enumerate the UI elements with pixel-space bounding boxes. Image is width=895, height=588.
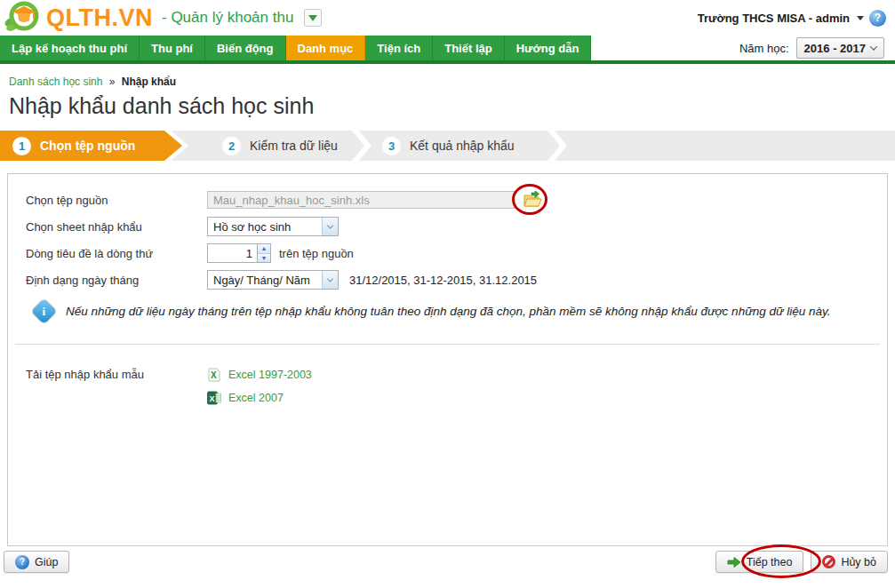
date-format-examples: 31/12/2015, 31-12-2015, 31.12.2015 [349,274,537,287]
source-file-label: Chọn tệp nguồn [26,194,207,207]
school-year-dropdown[interactable]: 2016 - 2017 [796,37,884,59]
header-row-input[interactable]: 1 [207,243,257,263]
step-label: Kiểm tra dữ liệu [250,139,338,153]
header-row-label: Dòng tiêu đề là dòng thứ [26,247,207,260]
breadcrumb-current: Nhập khẩu [122,75,176,88]
nav-tab-lap-ke-hoach-thu-phi[interactable]: Lập kế hoạch thu phí [0,36,140,60]
app-logo-text: QLTH.VN [46,4,153,32]
wizard-steps: 1 Chọn tệp nguồn 2 Kiểm tra dữ liệu 3 Kế… [0,131,895,161]
template-link-label[interactable]: Excel 1997-2003 [228,369,312,381]
step-number-badge: 2 [222,137,241,155]
excel-2007-file-icon: X [207,391,221,405]
module-dropdown-button[interactable] [304,9,322,27]
template-link-label[interactable]: Excel 2007 [228,392,284,404]
next-button[interactable]: Tiếp theo [715,551,804,573]
header-row-value: 1 [246,247,252,260]
breadcrumb-link-danh-sach-hoc-sinh[interactable]: Danh sách học sinh [9,75,102,88]
spinner-up-button[interactable]: ▲ [258,244,270,253]
help-button-label: Giúp [35,556,58,568]
nav-tab-tien-ich[interactable]: Tiện ích [365,36,433,60]
sheet-select[interactable]: Hồ sơ học sinh [207,217,339,236]
nav-tab-thu-phi[interactable]: Thu phí [140,36,205,60]
main-nav: Lập kế hoạch thu phí Thu phí Biến động D… [0,36,895,60]
date-format-value: Ngày/ Tháng/ Năm [208,274,322,287]
page-title: Nhập khẩu danh sách học sinh [9,93,886,119]
breadcrumb-separator: » [109,75,116,88]
date-format-note: Nếu những dữ liệu ngày tháng trên tệp nh… [66,305,831,318]
chevron-separator-icon [352,131,372,161]
template-link-excel-2007[interactable]: X Excel 2007 [207,391,312,405]
help-icon[interactable]: ? [869,10,886,27]
chevron-down-icon [308,15,317,21]
cancel-icon [822,555,835,568]
sheet-select-label: Chọn sheet nhập khẩu [26,220,207,234]
wizard-step-3[interactable]: 3 Kết quả nhập khẩu [382,131,515,161]
wizard-step-1[interactable]: 1 Chọn tệp nguồn [0,131,182,161]
module-title: - Quản lý khoản thu [162,9,293,27]
wizard-step-2[interactable]: 2 Kiểm tra dữ liệu [222,131,338,161]
chevron-down-icon [870,43,877,50]
step-number-badge: 3 [382,137,401,155]
nav-tab-huong-dan[interactable]: Hướng dẫn [505,36,592,60]
chevron-down-icon [327,275,333,282]
number-spinner: ▲ ▼ [257,243,271,263]
source-file-input[interactable]: Mau_nhap_khau_hoc_sinh.xls [207,191,515,209]
user-menu[interactable]: Trường THCS MISA - admin [698,12,850,25]
browse-file-button[interactable] [523,191,542,209]
school-year-label: Năm học: [739,42,789,55]
nav-tab-danh-muc[interactable]: Danh mục [286,36,366,60]
source-file-value: Mau_nhap_khau_hoc_sinh.xls [213,194,370,207]
open-folder-icon [523,191,542,209]
step-label: Kết quả nhập khẩu [410,139,515,153]
help-icon: ? [15,555,29,569]
header-row-suffix: trên tệp nguồn [279,247,354,260]
chevron-separator-icon [547,131,567,161]
step-number-badge: 1 [12,137,31,155]
section-divider [15,344,880,345]
template-link-excel-1997-2003[interactable]: X Excel 1997-2003 [207,368,312,382]
chevron-down-icon [327,222,333,228]
template-download-label: Tải tệp nhập khẩu mẫu [26,368,207,405]
combo-dropdown-button[interactable] [322,271,338,289]
spinner-down-button[interactable]: ▼ [258,253,270,263]
breadcrumb: Danh sách học sinh » Nhập khẩu [9,75,886,88]
import-form-panel: Chọn tệp nguồn Mau_nhap_khau_hoc_sinh.xl… [7,173,888,546]
combo-dropdown-button[interactable] [322,218,338,235]
app-header: QLTH.VN - Quản lý khoản thu Trường THCS … [0,0,895,36]
info-icon: i [31,298,58,325]
nav-tab-bien-dong[interactable]: Biến động [205,36,286,60]
date-format-label: Định dạng ngày tháng [26,274,207,287]
chevron-down-icon [857,16,864,20]
step-label: Chọn tệp nguồn [40,139,135,153]
app-logo-icon [4,0,41,36]
date-format-select[interactable]: Ngày/ Tháng/ Năm [207,270,339,290]
excel-97-file-icon: X [207,368,221,382]
svg-text:X: X [210,394,215,403]
sheet-select-value: Hồ sơ học sinh [208,220,322,234]
next-button-label: Tiếp theo [747,556,793,568]
cancel-button-label: Hủy bỏ [841,556,876,568]
nav-tab-thiet-lap[interactable]: Thiết lập [433,36,504,60]
school-year-value: 2016 - 2017 [804,42,866,55]
green-arrow-icon [727,556,741,568]
svg-text:X: X [211,370,217,380]
cancel-button[interactable]: Hủy bỏ [811,551,888,573]
help-button[interactable]: ? Giúp [4,551,69,573]
